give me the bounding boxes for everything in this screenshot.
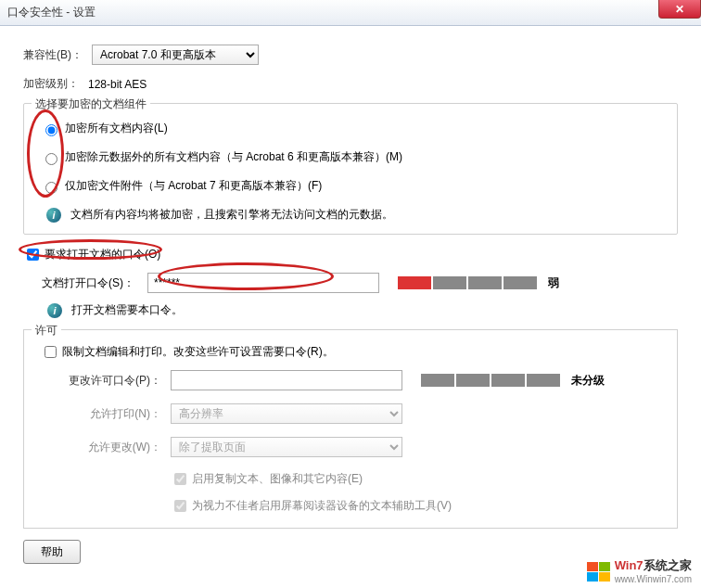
encrypt-info-row: i 文档所有内容均将被加密，且搜索引擎将无法访问文档的元数据。: [46, 207, 660, 223]
annotation-ellipse-password: [158, 262, 334, 290]
perm-bar-4: [527, 374, 560, 387]
perm-pw-strength-bars: [421, 374, 560, 387]
watermark-brand1: Win7: [615, 558, 644, 572]
open-pw-info-text: 打开文档需要本口令。: [71, 302, 183, 318]
allow-change-select: 除了提取页面: [171, 437, 402, 457]
perm-bar-3: [491, 374, 525, 387]
encrypt-except-meta-label: 加密除元数据外的所有文档内容（与 Acrobat 6 和更高版本兼容）(M): [65, 149, 402, 165]
perm-pw-strength-label: 未分级: [571, 373, 605, 389]
annotation-ellipse-checkbox: [19, 239, 162, 260]
permissions-group: 许可 限制文档编辑和打印。改变这些许可设置需要口令(R)。 更改许可口令(P)：…: [23, 329, 678, 529]
encryption-level-row: 加密级别： 128-bit AES: [23, 76, 678, 92]
open-pw-info-row: i 打开文档需要本口令。: [47, 302, 678, 318]
open-pw-strength-label: 弱: [548, 275, 559, 291]
compatibility-label: 兼容性(B)：: [23, 47, 83, 63]
enable-copy-checkbox: [174, 473, 186, 485]
encryption-level-label: 加密级别：: [23, 76, 79, 92]
encryption-level-value: 128-bit AES: [88, 78, 147, 91]
windows-logo-icon: [587, 562, 611, 581]
annotation-ellipse-radios: [27, 109, 64, 198]
open-pw-label: 文档打开口令(S)：: [42, 275, 134, 291]
allow-change-label: 允许更改(W)：: [41, 440, 161, 455]
strength-bar-2: [433, 276, 466, 289]
encrypt-attachments-label: 仅加密文件附件（与 Acrobat 7 和更高版本兼容）(F): [65, 178, 322, 194]
strength-bar-1: [398, 276, 431, 289]
window-title: 口令安全性 - 设置: [7, 5, 96, 20]
restrict-edit-checkbox[interactable]: [45, 346, 57, 358]
perm-bar-2: [456, 374, 490, 387]
enable-reader-row: 为视力不佳者启用屏幕阅读器设备的文本辅助工具(V): [171, 497, 660, 515]
encrypt-option-all[interactable]: 加密所有文档内容(L): [41, 121, 660, 136]
window-controls: ✕: [658, 0, 701, 19]
allow-change-row: 允许更改(W)： 除了提取页面: [41, 437, 660, 457]
restrict-edit-label: 限制文档编辑和打印。改变这些许可设置需要口令(R)。: [62, 344, 334, 360]
enable-copy-row: 启用复制文本、图像和其它内容(E): [171, 470, 660, 488]
close-icon[interactable]: ✕: [658, 0, 701, 19]
watermark-brand2: 系统之家: [644, 558, 692, 572]
allow-print-select: 高分辨率: [171, 403, 402, 424]
dialog-content: 兼容性(B)： Acrobat 7.0 和更高版本 加密级别： 128-bit …: [0, 26, 701, 529]
compatibility-select[interactable]: Acrobat 7.0 和更高版本: [92, 45, 259, 65]
encrypt-option-except-meta[interactable]: 加密除元数据外的所有文档内容（与 Acrobat 6 和更高版本兼容）(M): [41, 149, 660, 165]
allow-print-label: 允许打印(N)：: [41, 406, 161, 422]
help-button[interactable]: 帮助: [23, 540, 81, 564]
watermark-text: Win7系统之家 www.Winwin7.com: [615, 557, 692, 584]
enable-reader-checkbox: [174, 500, 186, 512]
permissions-legend: 许可: [32, 323, 61, 339]
encrypt-option-attachments[interactable]: 仅加密文件附件（与 Acrobat 7 和更高版本兼容）(F): [41, 178, 660, 194]
enable-copy-label: 启用复制文本、图像和其它内容(E): [192, 471, 363, 487]
restrict-edit-row[interactable]: 限制文档编辑和打印。改变这些许可设置需要口令(R)。: [41, 343, 660, 361]
strength-bar-4: [503, 276, 537, 289]
enable-reader-label: 为视力不佳者启用屏幕阅读器设备的文本辅助工具(V): [192, 498, 452, 514]
change-perm-pw-label: 更改许可口令(P)：: [41, 373, 161, 389]
info-icon: i: [46, 208, 61, 223]
compatibility-row: 兼容性(B)： Acrobat 7.0 和更高版本: [23, 45, 678, 65]
allow-print-row: 允许打印(N)： 高分辨率: [41, 403, 660, 424]
titlebar: 口令安全性 - 设置 ✕: [0, 0, 701, 26]
perm-bar-1: [421, 374, 454, 387]
change-perm-pw-row: 更改许可口令(P)： 未分级: [41, 370, 660, 390]
strength-bar-3: [468, 276, 502, 289]
info-icon: i: [47, 303, 62, 318]
watermark-url: www.Winwin7.com: [615, 574, 692, 584]
watermark: Win7系统之家 www.Winwin7.com: [583, 556, 695, 586]
change-perm-pw-input: [171, 370, 402, 390]
open-pw-row: 文档打开口令(S)： 弱: [42, 273, 678, 293]
encrypt-info-text: 文档所有内容均将被加密，且搜索引擎将无法访问文档的元数据。: [70, 207, 393, 223]
open-pw-strength-bars: [398, 276, 537, 289]
encrypt-all-label: 加密所有文档内容(L): [65, 121, 168, 136]
encrypt-group: 选择要加密的文档组件 加密所有文档内容(L) 加密除元数据外的所有文档内容（与 …: [23, 103, 678, 235]
